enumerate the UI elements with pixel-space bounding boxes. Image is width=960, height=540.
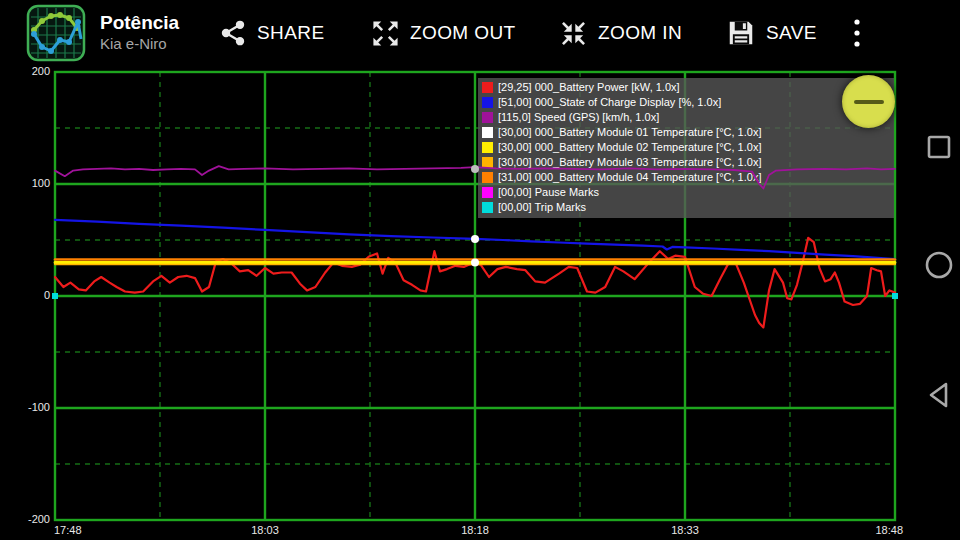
y-tick-label: 100 — [10, 177, 50, 189]
legend-item: [00,00] Trip Marks — [478, 200, 894, 215]
zoom-in-label: ZOOM IN — [598, 22, 682, 44]
collapse-legend-button[interactable] — [842, 75, 895, 128]
legend-label: [31,00] 000_Battery Module 04 Temperatur… — [498, 170, 761, 185]
x-tick-label: 18:18 — [451, 524, 499, 536]
home-button[interactable] — [918, 244, 960, 286]
legend-label: [115,0] Speed (GPS) [km/h, 1.0x] — [498, 110, 659, 125]
save-button[interactable]: SAVE — [726, 0, 817, 66]
recents-square-icon — [926, 134, 952, 160]
x-tick-label: 17:48 — [54, 524, 102, 536]
zoom-in-icon — [559, 19, 588, 48]
share-label: SHARE — [257, 22, 324, 44]
overflow-menu-icon — [853, 17, 861, 49]
legend-swatch — [482, 157, 493, 168]
minus-icon — [854, 100, 884, 104]
back-triangle-icon — [925, 380, 953, 410]
legend-label: [51,00] 000_State of Charge Display [%, … — [498, 95, 721, 110]
x-tick-label: 18:48 — [855, 524, 903, 536]
legend-label: [00,00] Pause Marks — [498, 185, 599, 200]
y-tick-label: 200 — [10, 65, 50, 77]
y-tick-label: -100 — [10, 401, 50, 413]
page-subtitle: Kia e-Niro — [100, 34, 179, 54]
page-title: Potência — [100, 12, 179, 34]
x-tick-label: 18:03 — [241, 524, 289, 536]
chart-legend: [29,25] 000_Battery Power [kW, 1.0x][51,… — [478, 78, 894, 218]
home-circle-icon — [924, 250, 954, 280]
zoom-out-button[interactable]: ZOOM OUT — [371, 0, 516, 66]
y-tick-label: -200 — [10, 513, 50, 525]
save-label: SAVE — [766, 22, 817, 44]
legend-item: [00,00] Pause Marks — [478, 185, 894, 200]
legend-label: [29,25] 000_Battery Power [kW, 1.0x] — [498, 80, 680, 95]
back-button[interactable] — [918, 374, 960, 416]
save-icon — [726, 18, 756, 48]
title-block: Potência Kia e-Niro — [100, 12, 179, 54]
legend-item: [29,25] 000_Battery Power [kW, 1.0x] — [478, 80, 894, 95]
legend-label: [00,00] Trip Marks — [498, 200, 586, 215]
y-tick-label: 0 — [10, 289, 50, 301]
legend-swatch — [482, 187, 493, 198]
legend-item: [30,00] 000_Battery Module 01 Temperatur… — [478, 125, 894, 140]
zoom-out-icon — [371, 19, 400, 48]
legend-swatch — [482, 127, 493, 138]
android-nav-bar — [918, 66, 960, 540]
zoom-out-label: ZOOM OUT — [410, 22, 516, 44]
legend-label: [30,00] 000_Battery Module 03 Temperatur… — [498, 155, 761, 170]
legend-item: [30,00] 000_Battery Module 02 Temperatur… — [478, 140, 894, 155]
legend-item: [30,00] 000_Battery Module 03 Temperatur… — [478, 155, 894, 170]
zoom-in-button[interactable]: ZOOM IN — [559, 0, 682, 66]
legend-label: [30,00] 000_Battery Module 01 Temperatur… — [498, 125, 761, 140]
legend-item: [115,0] Speed (GPS) [km/h, 1.0x] — [478, 110, 894, 125]
x-tick-label: 18:33 — [661, 524, 709, 536]
legend-swatch — [482, 97, 493, 108]
legend-swatch — [482, 142, 493, 153]
share-button[interactable]: SHARE — [219, 0, 324, 66]
recents-button[interactable] — [918, 126, 960, 168]
legend-swatch — [482, 112, 493, 123]
app-root: 2001000-100-20017:4818:0318:1818:3318:48… — [0, 0, 960, 540]
legend-item: [31,00] 000_Battery Module 04 Temperatur… — [478, 170, 894, 185]
app-icon — [26, 4, 86, 62]
legend-label: [30,00] 000_Battery Module 02 Temperatur… — [498, 140, 761, 155]
legend-swatch — [482, 82, 493, 93]
legend-swatch — [482, 202, 493, 213]
share-icon — [219, 19, 247, 47]
legend-swatch — [482, 172, 493, 183]
toolbar: Potência Kia e-Niro SHARE ZOOM — [0, 0, 960, 66]
chart-plot-area[interactable]: 2001000-100-20017:4818:0318:1818:3318:48… — [0, 0, 960, 540]
overflow-menu-button[interactable] — [843, 0, 871, 66]
legend-item: [51,00] 000_State of Charge Display [%, … — [478, 95, 894, 110]
